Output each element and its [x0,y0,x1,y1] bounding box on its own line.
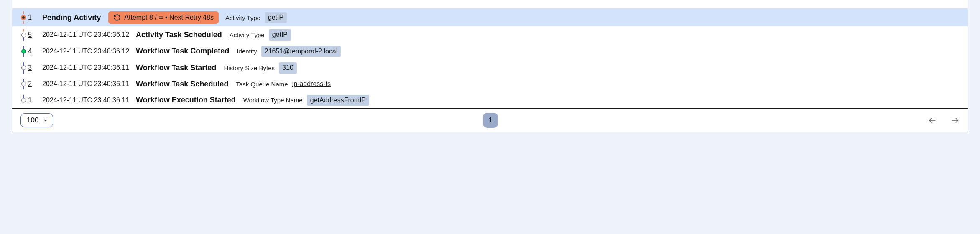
event-seq-link[interactable]: 1 [28,13,38,22]
event-timestamp: 2024-12-11 UTC 23:40:36.11 [42,96,136,105]
event-timestamp: 2024-12-11 UTC 23:40:36.11 [42,79,136,89]
pagination-footer: 100 1 [12,108,968,132]
timeline-node-icon [21,66,26,70]
attr-value: 21651@temporal-2.local [261,46,341,57]
event-row[interactable]: 2 2024-12-11 UTC 23:40:36.11 Workflow Ta… [12,76,968,92]
event-seq-link[interactable]: 2 [28,79,38,89]
page-number: 1 [488,116,492,125]
retry-badge: Attempt 8 / ∞ • Next Retry 48s [108,11,219,24]
page-size-value: 100 [27,116,38,125]
event-seq-link[interactable]: 3 [28,63,38,72]
event-title: Activity Task Scheduled [136,30,222,40]
event-timestamp: 2024-12-11 UTC 23:40:36.11 [42,63,136,72]
event-seq-link[interactable]: 5 [28,30,38,39]
event-title: Workflow Task Scheduled [136,79,228,89]
timeline-node-icon [21,33,26,37]
event-row[interactable]: 5 2024-12-11 UTC 23:40:36.12 Activity Ta… [12,26,968,43]
event-rows: 1 Pending Activity Attempt 8 / ∞ • Next … [12,8,968,108]
retry-icon [113,14,121,21]
attr-label: Task Queue Name [236,80,288,89]
attr-value-link[interactable]: ip-address-ts [292,79,331,89]
timeline-node-icon [21,82,26,86]
attr-value: getAddressFromIP [307,95,369,106]
attr-value: 310 [279,62,297,73]
prev-page-button[interactable] [928,116,937,125]
event-title: Workflow Task Started [136,63,216,73]
arrow-right-icon [950,116,960,125]
event-row-pending[interactable]: 1 Pending Activity Attempt 8 / ∞ • Next … [12,8,968,26]
attr-label: Identity [237,47,257,56]
attr-label: Workflow Type Name [243,96,303,104]
event-timestamp: 2024-12-11 UTC 23:40:36.12 [42,47,136,56]
arrow-left-icon [928,116,937,125]
event-history-panel: 1 Pending Activity Attempt 8 / ∞ • Next … [12,8,968,132]
timeline-node-icon [21,49,26,53]
timeline-node-pending-icon [21,15,26,20]
event-timestamp: 2024-12-11 UTC 23:40:36.12 [42,30,136,39]
attr-value: getIP [265,12,287,23]
chevron-down-icon [43,117,48,123]
next-page-button[interactable] [950,116,960,125]
event-seq-link[interactable]: 4 [28,47,38,56]
attr-value: getIP [269,29,291,40]
event-title: Workflow Execution Started [136,95,236,105]
event-row[interactable]: 3 2024-12-11 UTC 23:40:36.11 Workflow Ta… [12,59,968,76]
event-row[interactable]: 4 2024-12-11 UTC 23:40:36.12 Workflow Ta… [12,43,968,59]
current-page[interactable]: 1 [483,113,498,128]
event-title: Pending Activity [42,13,101,23]
attr-label: History Size Bytes [224,64,275,72]
event-seq-link[interactable]: 1 [28,96,38,105]
event-row[interactable]: 1 2024-12-11 UTC 23:40:36.11 Workflow Ex… [12,92,968,108]
page-size-select[interactable]: 100 [20,113,53,127]
retry-text: Attempt 8 / ∞ • Next Retry 48s [124,13,214,22]
attr-label: Activity Type [230,31,265,39]
attr-label: Activity Type [225,13,260,22]
timeline-node-icon [21,98,26,102]
event-title: Workflow Task Completed [136,46,229,56]
